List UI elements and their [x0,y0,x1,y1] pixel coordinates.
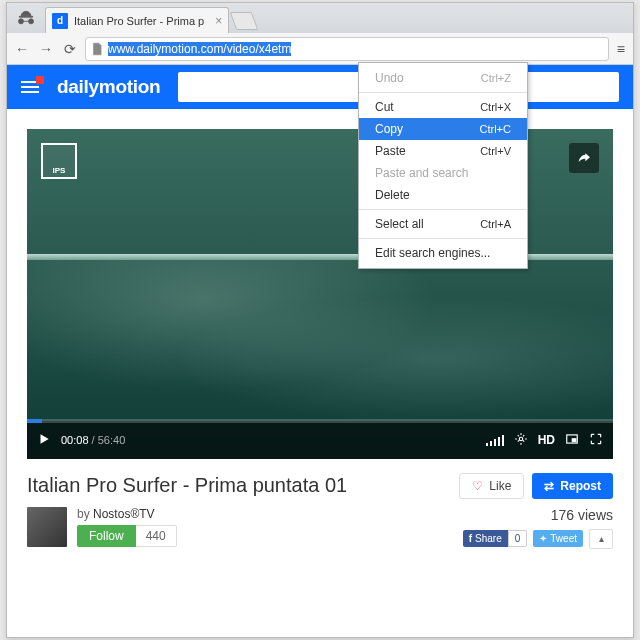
share-overlay-button[interactable] [569,143,599,173]
repost-button[interactable]: ⇄ Repost [532,473,613,499]
forward-button[interactable]: → [39,41,53,57]
reload-button[interactable]: ⟳ [63,41,77,57]
time-display: 00:08 / 56:40 [61,434,125,446]
play-button[interactable] [37,432,51,448]
browser-toolbar: ← → ⟳ www.dailymotion.com/video/x4etm ≡ [7,33,633,65]
site-header: dailymotion [7,65,633,109]
new-tab-button[interactable] [230,12,259,30]
svg-point-0 [519,437,523,441]
browser-tab[interactable]: d Italian Pro Surfer - Prima p × [45,7,229,33]
svg-rect-2 [572,438,576,442]
menu-paste[interactable]: PasteCtrl+V [359,140,527,162]
close-tab-icon[interactable]: × [215,14,222,28]
menu-select-all[interactable]: Select allCtrl+A [359,213,527,235]
favicon-icon: d [52,13,68,29]
incognito-icon [7,3,45,33]
video-title: Italian Pro Surfer - Prima puntata 01 [27,474,347,497]
menu-edit-engines[interactable]: Edit search engines... [359,242,527,264]
tab-title: Italian Pro Surfer - Prima p [74,15,204,27]
avatar[interactable] [27,507,67,547]
twitter-icon: ✦ [539,533,547,544]
volume-icon[interactable] [486,434,504,446]
miniplayer-icon[interactable] [565,432,579,448]
address-bar[interactable]: www.dailymotion.com/video/x4etm [85,37,609,61]
progress-bar[interactable] [27,419,613,423]
channel-name[interactable]: Nostos®TV [93,507,155,521]
like-button[interactable]: ♡ Like [459,473,524,499]
notification-dot-icon [36,76,44,84]
url-selected: www.dailymotion.com/video/x4etm [108,42,291,56]
hd-button[interactable]: HD [538,433,555,447]
browser-menu-button[interactable]: ≡ [617,41,625,57]
player-controls: 00:08 / 56:40 HD [27,421,613,459]
menu-copy[interactable]: CopyCtrl+C [359,118,527,140]
channel-byline: by Nostos®TV [77,507,177,521]
facebook-icon: f [469,533,472,544]
facebook-count: 0 [508,530,528,547]
follower-count: 440 [136,525,177,547]
back-button[interactable]: ← [15,41,29,57]
more-share-button[interactable]: ▴ [589,529,613,549]
menu-undo[interactable]: UndoCtrl+Z [359,67,527,89]
fullscreen-icon[interactable] [589,432,603,448]
repost-icon: ⇄ [544,479,554,493]
context-menu: UndoCtrl+Z CutCtrl+X CopyCtrl+C PasteCtr… [358,62,528,269]
tab-bar: d Italian Pro Surfer - Prima p × [7,3,633,33]
menu-cut[interactable]: CutCtrl+X [359,96,527,118]
brand-logo[interactable]: dailymotion [57,76,160,98]
view-count: 176 views [463,507,613,523]
tweet-button[interactable]: ✦Tweet [533,530,583,547]
follow-button[interactable]: Follow [77,525,136,547]
menu-button[interactable] [21,81,39,93]
heart-icon: ♡ [472,479,483,493]
facebook-share-button[interactable]: f Share 0 [463,530,528,547]
watermark: IPS [41,143,77,179]
settings-icon[interactable] [514,432,528,448]
menu-delete[interactable]: Delete [359,184,527,206]
page-icon [90,42,104,56]
menu-paste-search[interactable]: Paste and search [359,162,527,184]
